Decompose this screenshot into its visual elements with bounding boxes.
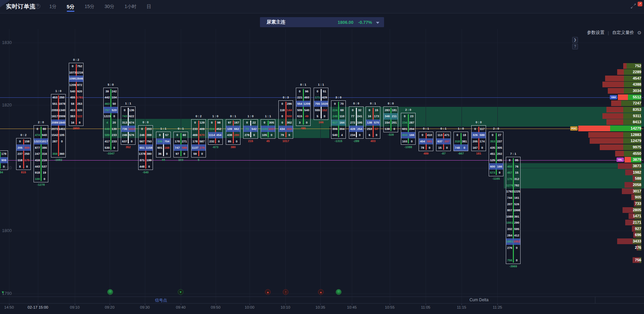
time-axis-label: 09:40 — [162, 305, 199, 309]
profile-row: 4550 — [0, 151, 644, 156]
profile-volume-value: 8353 — [633, 107, 641, 113]
profile-row: 8353 — [0, 107, 644, 113]
footprint-row — [506, 251, 520, 257]
profile-row: 2058 — [0, 182, 644, 188]
profile-row: 927 — [0, 226, 644, 232]
profile-sell-bar — [615, 151, 624, 156]
poc-badge: POC — [570, 126, 578, 131]
profile-sell-bar — [623, 63, 627, 69]
profile-volume-value: 588 — [635, 176, 641, 181]
profile-row: 3433 — [0, 238, 644, 244]
time-axis-label: 11:05 — [407, 305, 444, 309]
time-axis-label: 10:10 — [267, 305, 304, 309]
page-title: 实时订单流 — [6, 3, 36, 10]
time-axis-label: 09:50 — [197, 305, 234, 309]
profile-sell-bar — [617, 238, 633, 244]
profile-row: 2805 — [0, 207, 644, 213]
profile-sell-bar — [625, 170, 633, 175]
profile-sell-bar — [625, 157, 631, 163]
tab-1小时[interactable]: 1小时 — [124, 1, 137, 13]
pane-label-cum-delta: Cum Delta — [464, 298, 494, 302]
profile-row: 2171 — [0, 220, 644, 225]
signal-marker-tri-up[interactable]: ▲ — [265, 289, 271, 295]
profile-sell-bar — [600, 144, 623, 150]
signal-marker-tri-down[interactable]: ▼ — [178, 289, 183, 295]
profile-row: 588 — [0, 176, 644, 181]
pane-divider — [595, 297, 595, 303]
profile-volume-value: 756 — [635, 257, 641, 263]
profile-row: 1471 — [0, 213, 644, 219]
profile-sell-bar — [618, 163, 632, 169]
signal-marker-ball[interactable] — [107, 289, 113, 295]
profile-row: 756 — [0, 257, 644, 263]
profile-volume-value: 3034 — [633, 88, 641, 94]
profile-row: 7247 — [0, 100, 644, 106]
time-axis-label: 09:10 — [56, 305, 93, 309]
profile-row: 12479 — [0, 138, 644, 144]
val-badge: VAL — [616, 158, 624, 162]
vah-badge: VAH — [610, 95, 617, 99]
profile-row: 4388 — [0, 82, 644, 87]
profile-sell-bar — [625, 182, 633, 188]
time-axis-label: 10:45 — [333, 305, 370, 309]
profile-volume-value: 4547 — [633, 76, 641, 81]
profile-sell-bar — [608, 88, 624, 94]
profile-volume-value: 9975 — [633, 144, 641, 150]
profile-volume-value: 9311 — [633, 113, 641, 119]
close-icon[interactable]: ↗ — [638, 2, 642, 6]
signal-marker-arrow-up[interactable]: ↑ — [283, 289, 288, 295]
footprint-chart: 183018201810180017901789060-884015820580… — [0, 14, 644, 314]
profile-sell-bar — [578, 126, 610, 131]
profile-sell-bar — [611, 100, 621, 106]
tab-5分[interactable]: 5分 — [66, 1, 75, 13]
timeframe-tabs: 1分5分15分30分1小时日 — [49, 0, 152, 13]
time-axis-label: 02-17 15:00 — [19, 305, 56, 309]
price-gridline-1830 — [0, 43, 644, 43]
profile-volume-value: 2289 — [633, 69, 641, 75]
profile-volume-value: 3433 — [633, 238, 641, 244]
profile-volume-value: 905 — [635, 194, 641, 200]
profile-volume-value: 12883 — [631, 132, 641, 138]
profile-volume-value: 276 — [635, 245, 641, 251]
signal-marker-tri-up[interactable]: ▲ — [318, 289, 324, 295]
profile-row: 2289 — [0, 69, 644, 75]
profile-row: 1982 — [0, 170, 644, 175]
tab-30分[interactable]: 30分 — [104, 1, 115, 13]
profile-row: 276 — [0, 245, 644, 251]
profile-volume-value: 12479 — [631, 138, 641, 144]
profile-sell-bar — [623, 207, 633, 213]
profile-sell-bar — [590, 138, 623, 144]
time-axis-label: 11:15 — [443, 305, 480, 309]
pane-separator-bottom — [0, 303, 644, 304]
profile-volume-value: 2805 — [633, 207, 641, 213]
profile-row: 3017 — [0, 188, 644, 194]
tab-日[interactable]: 日 — [146, 1, 152, 13]
imbalance-header: 0 : 2 — [64, 58, 88, 61]
top-bar: 实时订单流 ? 1分5分15分30分1小时日 ↗↙ ↗ — [0, 0, 644, 13]
tab-1分[interactable]: 1分 — [49, 1, 57, 13]
profile-row: 696 — [0, 232, 644, 238]
help-icon[interactable]: ? — [35, 4, 40, 9]
time-axis-label: 11:25 — [479, 305, 516, 309]
signal-marker-plain[interactable]: ▼ — [0, 289, 6, 295]
pane-label-signal: 信号点 — [148, 298, 174, 303]
profile-volume-value: 1982 — [633, 170, 641, 175]
profile-volume-value: 4388 — [633, 82, 641, 87]
profile-sell-bar — [602, 113, 623, 119]
profile-volume-value: 3017 — [633, 188, 641, 194]
profile-row: 4547 — [0, 76, 644, 81]
profile-volume-value: 5512 — [633, 94, 641, 100]
tab-15分[interactable]: 15分 — [84, 1, 95, 13]
profile-row: 9975 — [0, 144, 644, 150]
profile-row: 752 — [0, 63, 644, 69]
signal-marker-ball[interactable] — [336, 289, 341, 295]
time-axis-label: 10:55 — [371, 305, 408, 309]
candle-delta: -3969 — [500, 265, 527, 268]
profile-sell-bar — [606, 107, 623, 113]
profile-volume-value: 2171 — [633, 220, 641, 225]
pane-separator-top — [0, 297, 644, 297]
profile-volume-value: 733 — [635, 201, 641, 207]
profile-sell-bar — [617, 69, 624, 75]
orderflow-app: 实时订单流 ? 1分5分15分30分1小时日 ↗↙ ↗ 尿素主连 1806.00… — [0, 0, 644, 314]
collapse-icon[interactable]: ↗↙ — [631, 3, 637, 10]
